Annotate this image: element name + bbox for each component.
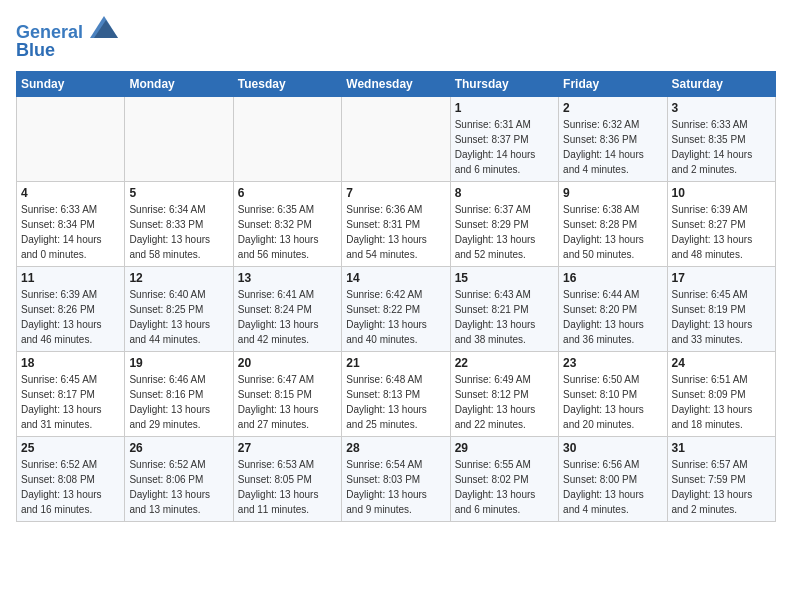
day-number: 15 (455, 271, 554, 285)
day-number: 3 (672, 101, 771, 115)
day-info: Sunrise: 6:35 AMSunset: 8:32 PMDaylight:… (238, 202, 337, 262)
day-info: Sunrise: 6:39 AMSunset: 8:27 PMDaylight:… (672, 202, 771, 262)
day-info: Sunrise: 6:33 AMSunset: 8:34 PMDaylight:… (21, 202, 120, 262)
weekday-header-friday: Friday (559, 71, 667, 96)
calendar-table: SundayMondayTuesdayWednesdayThursdayFrid… (16, 71, 776, 522)
day-number: 16 (563, 271, 662, 285)
day-info: Sunrise: 6:50 AMSunset: 8:10 PMDaylight:… (563, 372, 662, 432)
calendar-cell: 10Sunrise: 6:39 AMSunset: 8:27 PMDayligh… (667, 181, 775, 266)
day-info: Sunrise: 6:42 AMSunset: 8:22 PMDaylight:… (346, 287, 445, 347)
day-info: Sunrise: 6:41 AMSunset: 8:24 PMDaylight:… (238, 287, 337, 347)
calendar-cell: 28Sunrise: 6:54 AMSunset: 8:03 PMDayligh… (342, 436, 450, 521)
calendar-cell (17, 96, 125, 181)
calendar-cell: 19Sunrise: 6:46 AMSunset: 8:16 PMDayligh… (125, 351, 233, 436)
weekday-header-sunday: Sunday (17, 71, 125, 96)
calendar-cell: 22Sunrise: 6:49 AMSunset: 8:12 PMDayligh… (450, 351, 558, 436)
calendar-cell: 16Sunrise: 6:44 AMSunset: 8:20 PMDayligh… (559, 266, 667, 351)
day-info: Sunrise: 6:34 AMSunset: 8:33 PMDaylight:… (129, 202, 228, 262)
day-info: Sunrise: 6:32 AMSunset: 8:36 PMDaylight:… (563, 117, 662, 177)
day-number: 11 (21, 271, 120, 285)
page-header: General Blue (16, 16, 776, 61)
calendar-cell: 26Sunrise: 6:52 AMSunset: 8:06 PMDayligh… (125, 436, 233, 521)
day-info: Sunrise: 6:45 AMSunset: 8:17 PMDaylight:… (21, 372, 120, 432)
day-info: Sunrise: 6:44 AMSunset: 8:20 PMDaylight:… (563, 287, 662, 347)
day-number: 27 (238, 441, 337, 455)
day-number: 25 (21, 441, 120, 455)
day-info: Sunrise: 6:57 AMSunset: 7:59 PMDaylight:… (672, 457, 771, 517)
day-info: Sunrise: 6:52 AMSunset: 8:08 PMDaylight:… (21, 457, 120, 517)
weekday-header-thursday: Thursday (450, 71, 558, 96)
day-info: Sunrise: 6:47 AMSunset: 8:15 PMDaylight:… (238, 372, 337, 432)
day-number: 8 (455, 186, 554, 200)
calendar-cell: 30Sunrise: 6:56 AMSunset: 8:00 PMDayligh… (559, 436, 667, 521)
day-number: 24 (672, 356, 771, 370)
day-info: Sunrise: 6:40 AMSunset: 8:25 PMDaylight:… (129, 287, 228, 347)
day-number: 19 (129, 356, 228, 370)
calendar-cell: 2Sunrise: 6:32 AMSunset: 8:36 PMDaylight… (559, 96, 667, 181)
calendar-cell: 20Sunrise: 6:47 AMSunset: 8:15 PMDayligh… (233, 351, 341, 436)
calendar-cell: 24Sunrise: 6:51 AMSunset: 8:09 PMDayligh… (667, 351, 775, 436)
logo: General Blue (16, 16, 118, 61)
day-number: 30 (563, 441, 662, 455)
day-number: 7 (346, 186, 445, 200)
day-number: 28 (346, 441, 445, 455)
day-info: Sunrise: 6:39 AMSunset: 8:26 PMDaylight:… (21, 287, 120, 347)
calendar-cell: 18Sunrise: 6:45 AMSunset: 8:17 PMDayligh… (17, 351, 125, 436)
day-info: Sunrise: 6:36 AMSunset: 8:31 PMDaylight:… (346, 202, 445, 262)
calendar-cell: 9Sunrise: 6:38 AMSunset: 8:28 PMDaylight… (559, 181, 667, 266)
day-info: Sunrise: 6:56 AMSunset: 8:00 PMDaylight:… (563, 457, 662, 517)
day-number: 2 (563, 101, 662, 115)
day-info: Sunrise: 6:55 AMSunset: 8:02 PMDaylight:… (455, 457, 554, 517)
day-number: 22 (455, 356, 554, 370)
calendar-cell: 7Sunrise: 6:36 AMSunset: 8:31 PMDaylight… (342, 181, 450, 266)
logo-icon (90, 16, 118, 38)
day-info: Sunrise: 6:43 AMSunset: 8:21 PMDaylight:… (455, 287, 554, 347)
calendar-cell: 31Sunrise: 6:57 AMSunset: 7:59 PMDayligh… (667, 436, 775, 521)
day-number: 1 (455, 101, 554, 115)
weekday-header-saturday: Saturday (667, 71, 775, 96)
day-number: 20 (238, 356, 337, 370)
calendar-cell: 23Sunrise: 6:50 AMSunset: 8:10 PMDayligh… (559, 351, 667, 436)
day-number: 23 (563, 356, 662, 370)
day-number: 26 (129, 441, 228, 455)
day-number: 31 (672, 441, 771, 455)
day-number: 10 (672, 186, 771, 200)
calendar-cell: 11Sunrise: 6:39 AMSunset: 8:26 PMDayligh… (17, 266, 125, 351)
calendar-cell: 15Sunrise: 6:43 AMSunset: 8:21 PMDayligh… (450, 266, 558, 351)
calendar-cell: 29Sunrise: 6:55 AMSunset: 8:02 PMDayligh… (450, 436, 558, 521)
day-number: 13 (238, 271, 337, 285)
day-number: 4 (21, 186, 120, 200)
day-info: Sunrise: 6:46 AMSunset: 8:16 PMDaylight:… (129, 372, 228, 432)
day-info: Sunrise: 6:48 AMSunset: 8:13 PMDaylight:… (346, 372, 445, 432)
calendar-cell: 27Sunrise: 6:53 AMSunset: 8:05 PMDayligh… (233, 436, 341, 521)
calendar-cell: 13Sunrise: 6:41 AMSunset: 8:24 PMDayligh… (233, 266, 341, 351)
day-info: Sunrise: 6:51 AMSunset: 8:09 PMDaylight:… (672, 372, 771, 432)
day-number: 12 (129, 271, 228, 285)
day-number: 18 (21, 356, 120, 370)
day-info: Sunrise: 6:37 AMSunset: 8:29 PMDaylight:… (455, 202, 554, 262)
calendar-cell: 6Sunrise: 6:35 AMSunset: 8:32 PMDaylight… (233, 181, 341, 266)
day-number: 5 (129, 186, 228, 200)
day-number: 29 (455, 441, 554, 455)
day-info: Sunrise: 6:52 AMSunset: 8:06 PMDaylight:… (129, 457, 228, 517)
calendar-cell (233, 96, 341, 181)
day-info: Sunrise: 6:38 AMSunset: 8:28 PMDaylight:… (563, 202, 662, 262)
day-number: 14 (346, 271, 445, 285)
day-info: Sunrise: 6:45 AMSunset: 8:19 PMDaylight:… (672, 287, 771, 347)
calendar-cell: 17Sunrise: 6:45 AMSunset: 8:19 PMDayligh… (667, 266, 775, 351)
calendar-cell: 14Sunrise: 6:42 AMSunset: 8:22 PMDayligh… (342, 266, 450, 351)
calendar-cell: 4Sunrise: 6:33 AMSunset: 8:34 PMDaylight… (17, 181, 125, 266)
day-info: Sunrise: 6:54 AMSunset: 8:03 PMDaylight:… (346, 457, 445, 517)
calendar-cell: 1Sunrise: 6:31 AMSunset: 8:37 PMDaylight… (450, 96, 558, 181)
day-info: Sunrise: 6:53 AMSunset: 8:05 PMDaylight:… (238, 457, 337, 517)
day-info: Sunrise: 6:49 AMSunset: 8:12 PMDaylight:… (455, 372, 554, 432)
day-number: 6 (238, 186, 337, 200)
calendar-cell: 25Sunrise: 6:52 AMSunset: 8:08 PMDayligh… (17, 436, 125, 521)
day-number: 17 (672, 271, 771, 285)
calendar-cell (125, 96, 233, 181)
day-number: 21 (346, 356, 445, 370)
weekday-header-tuesday: Tuesday (233, 71, 341, 96)
day-info: Sunrise: 6:33 AMSunset: 8:35 PMDaylight:… (672, 117, 771, 177)
calendar-cell: 8Sunrise: 6:37 AMSunset: 8:29 PMDaylight… (450, 181, 558, 266)
calendar-cell: 5Sunrise: 6:34 AMSunset: 8:33 PMDaylight… (125, 181, 233, 266)
